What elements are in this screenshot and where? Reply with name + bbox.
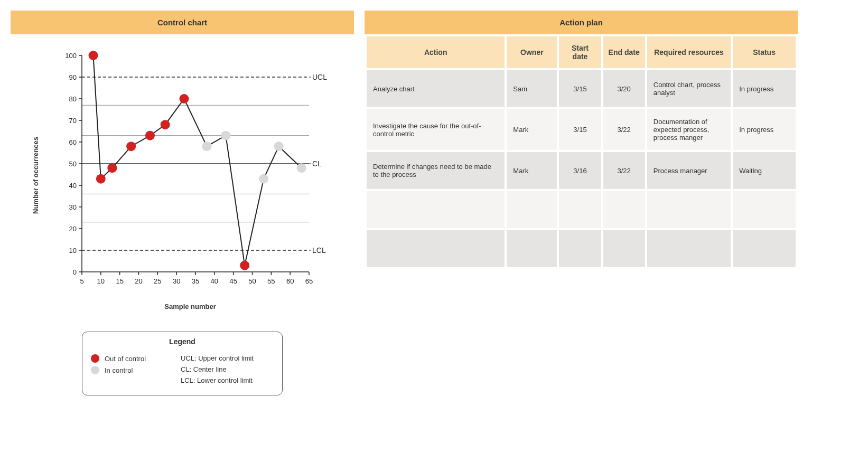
svg-point-76 xyxy=(297,163,306,173)
svg-text:CL: CL xyxy=(312,159,322,168)
cell-resources xyxy=(647,191,731,228)
cell-resources: Control chart, process analyst xyxy=(647,70,731,107)
svg-text:20: 20 xyxy=(69,225,77,233)
col-status: Status xyxy=(733,36,796,68)
cell-status: Waiting xyxy=(733,152,796,189)
cell-owner xyxy=(507,230,557,267)
cell-action xyxy=(367,230,505,267)
svg-text:0: 0 xyxy=(73,268,77,276)
cell-resources: Process manager xyxy=(647,152,731,189)
cell-owner xyxy=(507,191,557,228)
cell-start: 3/15 xyxy=(559,109,601,150)
cell-end: 3/22 xyxy=(603,109,645,150)
svg-text:100: 100 xyxy=(65,52,77,60)
svg-text:UCL: UCL xyxy=(312,73,327,81)
x-axis-label: Sample number xyxy=(53,303,328,310)
cell-start xyxy=(559,191,601,228)
svg-point-65 xyxy=(96,174,106,184)
cell-end: 3/20 xyxy=(603,70,645,107)
cell-status xyxy=(733,191,796,228)
svg-point-71 xyxy=(202,141,212,151)
svg-point-70 xyxy=(180,94,189,103)
svg-point-75 xyxy=(274,141,284,151)
svg-text:60: 60 xyxy=(69,138,77,146)
cell-action: Investigate the cause for the out-of-con… xyxy=(367,109,505,150)
svg-point-66 xyxy=(107,163,117,173)
in-control-swatch xyxy=(91,366,99,374)
svg-text:LCL: LCL xyxy=(312,246,326,254)
svg-point-74 xyxy=(259,174,268,184)
svg-point-69 xyxy=(161,120,170,129)
cell-action xyxy=(367,191,505,228)
svg-text:55: 55 xyxy=(267,277,275,285)
svg-point-73 xyxy=(240,261,249,270)
cell-status: In progress xyxy=(733,70,796,107)
legend-ucl-label: UCL: Upper control limit xyxy=(181,354,254,362)
col-start: Start date xyxy=(559,36,601,68)
table-row xyxy=(367,191,796,228)
svg-text:50: 50 xyxy=(248,277,256,285)
cell-status xyxy=(733,230,796,267)
legend-in-label: In control xyxy=(105,366,133,374)
svg-text:20: 20 xyxy=(135,277,142,285)
cell-owner: Mark xyxy=(507,109,557,150)
col-end: End date xyxy=(603,36,645,68)
cell-owner: Mark xyxy=(507,152,557,189)
cell-resources: Documentation of expected process, proce… xyxy=(647,109,731,150)
cell-start xyxy=(559,230,601,267)
chart-title: Control chart xyxy=(11,11,354,34)
svg-text:40: 40 xyxy=(69,182,77,190)
table-row xyxy=(367,230,796,267)
svg-text:70: 70 xyxy=(69,117,77,125)
cell-start: 3/16 xyxy=(559,152,601,189)
legend-out-label: Out of control xyxy=(105,355,146,363)
cell-end: 3/22 xyxy=(603,152,645,189)
svg-text:30: 30 xyxy=(173,277,180,285)
y-axis-label: Number of occurrences xyxy=(32,137,40,214)
control-chart: UCLCLLCL01020304050607080901005101520253… xyxy=(53,50,338,298)
svg-text:60: 60 xyxy=(286,277,294,285)
cell-owner: Sam xyxy=(507,70,557,107)
svg-point-68 xyxy=(145,131,155,140)
action-plan-panel: Action plan Action Owner Start date End … xyxy=(365,11,798,269)
cell-action: Analyze chart xyxy=(367,70,505,107)
svg-text:90: 90 xyxy=(69,73,77,81)
svg-text:30: 30 xyxy=(69,203,77,211)
svg-point-67 xyxy=(126,141,136,151)
col-resources: Required resources xyxy=(647,36,731,68)
cell-end xyxy=(603,191,645,228)
out-of-control-swatch xyxy=(91,354,99,363)
svg-text:50: 50 xyxy=(69,160,77,168)
table-row: Analyze chartSam3/153/20Control chart, p… xyxy=(367,70,796,107)
svg-text:25: 25 xyxy=(154,277,161,285)
action-plan-table: Action Owner Start date End date Require… xyxy=(365,34,798,269)
table-title: Action plan xyxy=(365,11,798,34)
svg-text:10: 10 xyxy=(97,277,105,285)
svg-text:80: 80 xyxy=(69,95,77,103)
svg-point-64 xyxy=(89,51,98,60)
cell-start: 3/15 xyxy=(559,70,601,107)
svg-text:35: 35 xyxy=(192,277,199,285)
chart-legend: Legend Out of control In control UCL: Up… xyxy=(82,332,283,395)
table-row: Investigate the cause for the out-of-con… xyxy=(367,109,796,150)
svg-text:10: 10 xyxy=(69,247,77,254)
cell-status: In progress xyxy=(733,109,796,150)
legend-cl-label: CL: Center line xyxy=(181,365,227,373)
control-chart-panel: Control chart Number of occurrences UCLC… xyxy=(11,11,354,395)
svg-text:15: 15 xyxy=(116,277,123,285)
svg-text:40: 40 xyxy=(211,277,218,285)
cell-end xyxy=(603,230,645,267)
legend-title: Legend xyxy=(91,337,274,346)
svg-text:5: 5 xyxy=(80,277,83,285)
cell-action: Determine if changes need to be made to … xyxy=(367,152,505,189)
col-action: Action xyxy=(367,36,505,68)
svg-text:65: 65 xyxy=(305,277,313,285)
cell-resources xyxy=(647,230,731,267)
svg-text:45: 45 xyxy=(229,277,237,285)
legend-lcl-label: LCL: Lower control limit xyxy=(181,376,253,384)
svg-point-72 xyxy=(221,131,230,140)
col-owner: Owner xyxy=(507,36,557,68)
table-row: Determine if changes need to be made to … xyxy=(367,152,796,189)
